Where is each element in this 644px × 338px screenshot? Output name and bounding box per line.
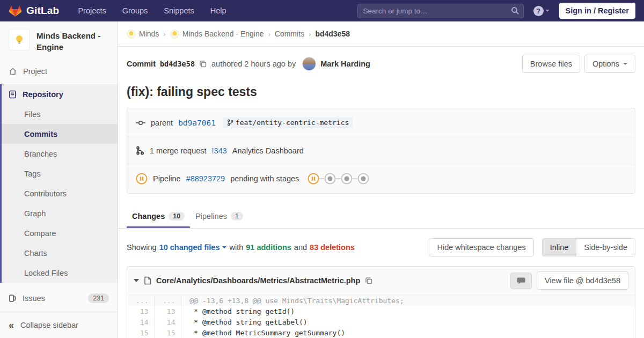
stage-connector (336, 178, 341, 179)
stage-pending-icon[interactable] (357, 173, 369, 185)
mr-ref-link[interactable]: !343 (212, 146, 227, 155)
help-menu[interactable]: ? (533, 6, 550, 16)
collapse-diff-icon[interactable] (134, 279, 139, 282)
group-avatar (127, 30, 136, 39)
file-path[interactable]: Core/Analytics/Dashboards/Metrics/Abstra… (156, 276, 360, 285)
nav-projects[interactable]: Projects (72, 1, 112, 20)
diff-file-header: Core/Analytics/Dashboards/Metrics/Abstra… (127, 267, 635, 295)
merge-request-row: 1 merge request !343 Analytics Dashboard (127, 137, 635, 164)
diff-table: ... ... @@ -13,6 +13,8 @@ use Minds\Trai… (127, 295, 635, 338)
sidebar-item-tags[interactable]: Tags (2, 164, 118, 183)
double-chevron-left-icon: « (9, 320, 14, 330)
mr-name: Analytics Dashboard (232, 146, 304, 155)
stage-pending-icon[interactable] (341, 173, 353, 185)
pipelines-count-badge: 1 (231, 212, 243, 221)
branch-ref-label[interactable]: feat/entity-centric-metrics (223, 117, 353, 128)
sidebar-item-repository[interactable]: Repository (2, 84, 118, 104)
brand-name: GitLab (26, 5, 59, 17)
nav-snippets[interactable]: Snippets (158, 1, 200, 20)
stage-connector (353, 178, 357, 179)
sidebar-item-issues[interactable]: Issues 231 (0, 288, 118, 308)
stage-paused-icon[interactable] (308, 173, 319, 185)
breadcrumb: Minds › Minds Backend - Engine › Commits… (118, 21, 644, 47)
tab-changes[interactable]: Changes 10 (127, 205, 190, 228)
repository-section: Repository Files Commits Branches Tags C… (0, 84, 118, 283)
commit-sha: bd4d3e58 (160, 60, 195, 68)
sidebar-item-files[interactable]: Files (2, 104, 118, 124)
breadcrumb-project[interactable]: Minds Backend - Engine (170, 30, 264, 39)
hide-whitespace-button[interactable]: Hide whitespace changes (429, 238, 533, 256)
pipeline-label: Pipeline (153, 174, 181, 183)
tab-pipelines[interactable]: Pipelines 1 (190, 205, 248, 228)
options-dropdown-button[interactable]: Options (584, 55, 635, 73)
caret-down-icon (623, 63, 627, 65)
with-text: with (229, 243, 243, 252)
project-avatar (9, 29, 30, 50)
tanuki-icon (9, 4, 22, 18)
breadcrumb-minds[interactable]: Minds (127, 30, 159, 39)
inline-view-button[interactable]: Inline (542, 238, 577, 256)
copy-icon[interactable] (365, 277, 373, 285)
sidebar-item-compare[interactable]: Compare (2, 223, 118, 243)
sign-in-button[interactable]: Sign in / Register (559, 3, 635, 19)
document-icon (9, 90, 17, 99)
project-title: Minds Backend - Engine (36, 29, 109, 53)
question-icon: ? (533, 6, 544, 16)
new-line-number[interactable]: 13 (154, 306, 181, 317)
gitlab-logo[interactable]: GitLab (9, 4, 59, 18)
search-input[interactable] (357, 4, 524, 18)
search-icon[interactable] (511, 6, 519, 15)
collapse-sidebar-button[interactable]: « Collapse sidebar (0, 312, 118, 338)
new-line-number[interactable]: ... (154, 295, 181, 306)
commit-icon (136, 119, 145, 127)
sidebar-item-commits[interactable]: Commits (2, 124, 118, 144)
old-line-number[interactable]: 13 (127, 306, 154, 317)
changed-files-dropdown[interactable]: 10 changed files (159, 243, 227, 252)
diff-line-row: 14 14 * @method string getLabel() (127, 317, 635, 327)
top-navbar: GitLab Projects Groups Snippets Help ? S… (0, 0, 644, 21)
commit-label: Commit (127, 60, 156, 68)
nav-help[interactable]: Help (204, 1, 232, 20)
copy-icon[interactable] (199, 60, 207, 68)
old-line-number[interactable]: 14 (127, 317, 154, 327)
sidebar-item-label: Repository (23, 90, 63, 99)
commit-title: (fix): failing spec tests (118, 79, 644, 108)
sidebar-item-locked-files[interactable]: Locked Files (2, 263, 118, 283)
parent-sha-link[interactable]: bd9a7061 (178, 119, 216, 127)
comment-icon (517, 277, 525, 285)
new-line-number[interactable]: 15 (154, 327, 181, 338)
sidebar-item-branches[interactable]: Branches (2, 144, 118, 164)
pipeline-status-paused-icon[interactable] (136, 173, 148, 185)
old-line-number[interactable]: 15 (127, 327, 154, 338)
sidebar-item-contributors[interactable]: Contributors (2, 183, 118, 203)
and-text: and (294, 243, 307, 252)
breadcrumb-commits[interactable]: Commits (275, 30, 304, 38)
sidebar-item-label: Project (23, 67, 47, 76)
view-file-button[interactable]: View file @ bd4d3e58 (537, 271, 628, 290)
toggle-comments-button[interactable] (510, 273, 532, 289)
nav-groups[interactable]: Groups (116, 1, 154, 20)
sidebar-item-graph[interactable]: Graph (2, 203, 118, 223)
sidebar-item-charts[interactable]: Charts (2, 243, 118, 263)
side-by-side-view-button[interactable]: Side-by-side (576, 238, 635, 256)
pipeline-row: Pipeline #88923729 pending with stages (127, 164, 635, 193)
home-icon (9, 67, 17, 76)
commit-info-box: parent bd9a7061 feat/entity-centric-metr… (127, 108, 635, 194)
additions-count: 91 additions (246, 243, 291, 252)
author-name[interactable]: Mark Harding (320, 60, 370, 68)
chevron-down-icon (545, 10, 550, 12)
showing-text: Showing (127, 243, 157, 252)
pipeline-id-link[interactable]: #88923729 (186, 174, 225, 183)
sidebar-item-project[interactable]: Project (0, 61, 118, 81)
author-avatar[interactable] (302, 57, 316, 71)
breadcrumb-separator: › (309, 30, 311, 38)
sidebar: Minds Backend - Engine Project (0, 21, 118, 338)
issues-icon (9, 294, 17, 303)
stage-pending-icon[interactable] (324, 173, 336, 185)
old-line-number[interactable]: ... (127, 295, 154, 306)
diff-line-row: 15 15 * @method MetricSummary getSummary… (127, 327, 635, 338)
new-line-number[interactable]: 14 (154, 317, 181, 327)
global-search (357, 4, 524, 18)
browse-files-button[interactable]: Browse files (522, 55, 580, 73)
project-context[interactable]: Minds Backend - Engine (0, 21, 118, 61)
